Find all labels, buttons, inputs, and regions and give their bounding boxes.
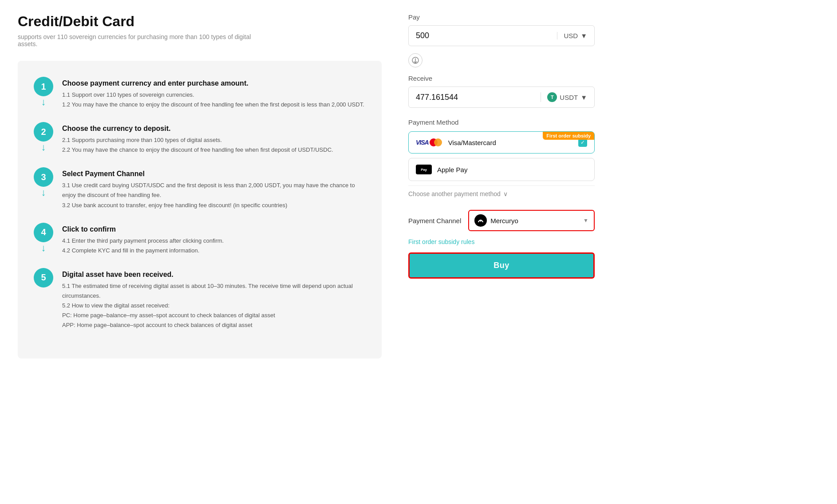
step-5-desc: 5.1 The estimated time of receiving digi… [62,281,366,330]
mercuryo-icon [474,214,487,227]
step-5-content: Digital asset have been received. 5.1 Th… [62,268,366,339]
right-panel: Pay 500 USD ▼ Receive 477.161544 T USDT … [408,13,595,491]
receive-amount-value: 477.161544 [416,93,541,102]
svg-point-2 [480,220,482,222]
step-2-circle: 2 [34,122,53,142]
pay-label: Pay [408,13,595,21]
receive-currency-label: USDT [560,94,578,101]
choose-another-label: Choose another payment method [408,190,501,197]
step-3-arrow: ↓ [41,188,46,197]
visa-text: VISA [416,139,429,146]
payment-method-label: Payment Method [408,118,595,126]
step-3-desc: 3.1 Use credit card buying USDT/USDC and… [62,181,366,210]
step-3-title: Select Payment Channel [62,170,366,178]
pay-amount-row: 500 USD ▼ [408,25,595,46]
pay-currency-label: USD [564,32,578,39]
page-subtitle: supports over 110 sovereign currencies f… [18,33,266,47]
usdt-icon: T [547,92,557,102]
step-5-title: Digital asset have been received. [62,271,366,279]
applepay-option-name: Apple Pay [437,166,587,173]
channel-name: Mercuryo [490,217,580,224]
step-4-circle: 4 [34,223,53,242]
convert-icon[interactable] [408,53,422,67]
step-3-connector: 3 ↓ [34,167,53,200]
mc-orange-circle [434,138,442,146]
step-4-desc: 4.1 Enter the third party payment proces… [62,236,366,256]
step-4-title: Click to confirm [62,225,366,233]
step-4-content: Click to confirm 4.1 Enter the third par… [62,223,366,264]
channel-chevron-icon: ▼ [583,217,588,224]
visa-mastercard-logo: VISA [416,138,443,147]
step-3-content: Select Payment Channel 3.1 Use credit ca… [62,167,366,219]
step-1-title: Choose payment currency and enter purcha… [62,79,366,87]
step-2: 2 ↓ Choose the currency to deposit. 2.1 … [34,122,366,164]
first-order-badge: First order subsidy [543,132,594,140]
choose-another-payment[interactable]: Choose another payment method ∨ [408,185,595,202]
step-4: 4 ↓ Click to confirm 4.1 Enter the third… [34,223,366,264]
payment-option-applepay[interactable]: Pay Apple Pay [408,158,595,181]
pay-currency-select[interactable]: USD ▼ [557,32,587,39]
choose-another-chevron: ∨ [503,190,508,197]
channel-select[interactable]: Mercuryo ▼ [468,210,595,231]
receive-currency-select[interactable]: T USDT ▼ [541,92,587,102]
step-5-circle: 5 [34,268,53,287]
buy-button[interactable]: Buy [408,252,595,279]
step-3-circle: 3 [34,167,53,187]
swap-icon [412,57,419,64]
receive-amount-row: 477.161544 T USDT ▼ [408,87,595,108]
step-5: 5 Digital asset have been received. 5.1 … [34,268,366,339]
step-1-content: Choose payment currency and enter purcha… [62,77,366,118]
payment-option-visa[interactable]: First order subsidy VISA Visa/Mastercard… [408,131,595,154]
step-5-connector: 5 [34,268,53,287]
step-2-arrow: ↓ [41,142,46,152]
step-2-title: Choose the currency to deposit. [62,125,366,133]
page-title: Credit/Debit Card [18,13,382,30]
visa-option-name: Visa/Mastercard [448,139,573,146]
mastercard-icon [430,138,443,147]
pay-amount-value: 500 [416,31,557,40]
step-2-desc: 2.1 Supports purchasing more than 100 ty… [62,135,366,155]
step-4-connector: 4 ↓ [34,223,53,256]
payment-channel-row: Payment Channel Mercuryo ▼ [408,210,595,231]
apple-pay-icon: Pay [416,165,432,174]
step-1-arrow: ↓ [41,97,46,107]
step-1-connector: 1 ↓ [34,77,53,110]
step-3: 3 ↓ Select Payment Channel 3.1 Use credi… [34,167,366,219]
steps-container: 1 ↓ Choose payment currency and enter pu… [18,61,382,358]
step-1: 1 ↓ Choose payment currency and enter pu… [34,77,366,118]
step-1-desc: 1.1 Support over 110 types of sovereign … [62,90,366,110]
step-2-content: Choose the currency to deposit. 2.1 Supp… [62,122,366,164]
step-1-circle: 1 [34,77,53,96]
receive-label: Receive [408,75,595,82]
step-2-connector: 2 ↓ [34,122,53,155]
first-order-rules-link[interactable]: First order subsidy rules [408,238,595,245]
step-4-arrow: ↓ [41,243,46,253]
receive-currency-chevron: ▼ [580,94,587,101]
left-panel: Credit/Debit Card supports over 110 sove… [18,13,382,491]
payment-channel-label: Payment Channel [408,217,461,224]
pay-currency-chevron: ▼ [580,32,587,39]
